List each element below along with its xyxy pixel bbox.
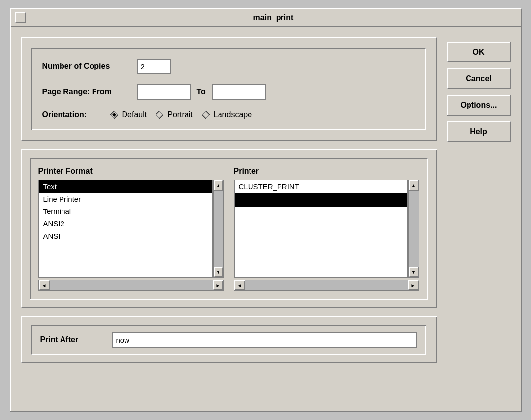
scroll-right-btn[interactable]: ► xyxy=(213,280,223,290)
lists-panel-inner: Printer Format Text Line Printer Termina… xyxy=(30,158,428,300)
window-icon[interactable]: — xyxy=(15,12,26,23)
page-range-row: Page Range: From To xyxy=(42,84,415,100)
top-panel-inner: Number of Copies Page Range: From To Ori… xyxy=(31,48,426,130)
scroll-left-btn[interactable]: ◄ xyxy=(234,280,245,290)
landscape-radio-label: Landscape xyxy=(214,110,252,119)
print-after-panel: Print After xyxy=(21,316,437,363)
options-button[interactable]: Options... xyxy=(447,95,511,116)
scroll-left-btn[interactable]: ◄ xyxy=(39,280,50,290)
page-range-from-input[interactable] xyxy=(137,84,191,100)
copies-input[interactable] xyxy=(137,59,171,74)
list-item[interactable]: CLUSTER_PRINT xyxy=(235,180,407,193)
list-item[interactable]: ANSI2 xyxy=(39,217,212,230)
printer-format-section: Printer Format Text Line Printer Termina… xyxy=(38,167,224,291)
print-after-label: Print After xyxy=(40,335,104,344)
orientation-landscape[interactable]: Landscape xyxy=(201,110,252,120)
scroll-down-btn[interactable]: ▼ xyxy=(409,267,419,277)
cancel-button[interactable]: Cancel xyxy=(447,68,511,89)
ok-button[interactable]: OK xyxy=(447,42,511,62)
printer-format-scrollbar-v[interactable]: ▲ ▼ xyxy=(213,180,224,278)
scroll-down-btn[interactable]: ▼ xyxy=(214,267,223,277)
lists-panel: Printer Format Text Line Printer Termina… xyxy=(21,149,437,308)
orientation-default[interactable]: Default xyxy=(109,110,147,120)
portrait-radio-icon xyxy=(155,110,164,120)
scroll-up-btn[interactable]: ▲ xyxy=(409,180,419,191)
scroll-track-h xyxy=(245,280,408,290)
copies-row: Number of Copies xyxy=(42,59,415,74)
orientation-row: Orientation: Default xyxy=(42,110,415,120)
default-radio-icon xyxy=(109,110,119,120)
sidebar: OK Cancel Options... Help xyxy=(447,37,511,401)
portrait-radio-label: Portrait xyxy=(167,110,193,119)
printer-title: Printer xyxy=(234,167,419,176)
scroll-up-btn[interactable]: ▲ xyxy=(214,180,223,191)
landscape-radio-icon xyxy=(201,110,211,120)
list-item[interactable] xyxy=(235,193,407,207)
printer-format-scrollbar-h[interactable]: ◄ ► xyxy=(38,280,224,291)
default-radio-label: Default xyxy=(122,110,147,119)
list-item[interactable]: Line Printer xyxy=(39,193,212,205)
main-content: Number of Copies Page Range: From To Ori… xyxy=(21,37,437,401)
help-button[interactable]: Help xyxy=(447,121,511,142)
printer-format-title: Printer Format xyxy=(38,167,224,176)
scroll-track xyxy=(409,191,419,267)
print-after-inner: Print After xyxy=(31,325,426,355)
printer-scrollbar-h[interactable]: ◄ ► xyxy=(234,280,419,291)
window-title: main_print xyxy=(31,13,517,22)
orientation-label: Orientation: xyxy=(42,110,101,119)
lists-row: Printer Format Text Line Printer Termina… xyxy=(38,167,419,291)
printer-format-container: Text Line Printer Terminal ANSI2 ANSI ▲ xyxy=(38,180,224,278)
printer-scrollbar-v[interactable]: ▲ ▼ xyxy=(408,180,419,278)
list-item[interactable]: Terminal xyxy=(39,205,212,217)
top-panel: Number of Copies Page Range: From To Ori… xyxy=(21,37,437,141)
orientation-portrait[interactable]: Portrait xyxy=(155,110,193,120)
window-body: Number of Copies Page Range: From To Ori… xyxy=(11,27,521,411)
main-window: — main_print Number of Copies Page Range… xyxy=(10,8,522,412)
printer-section: Printer CLUSTER_PRINT ▲ ▼ xyxy=(234,167,419,291)
copies-label: Number of Copies xyxy=(42,62,131,71)
page-range-label: Page Range: From xyxy=(42,88,131,96)
printer-container: CLUSTER_PRINT ▲ ▼ xyxy=(234,180,419,278)
list-item[interactable]: Text xyxy=(39,180,212,193)
print-after-input[interactable] xyxy=(112,332,417,348)
scroll-right-btn[interactable]: ► xyxy=(408,280,419,290)
list-item[interactable]: ANSI xyxy=(39,230,212,242)
printer-format-list[interactable]: Text Line Printer Terminal ANSI2 ANSI xyxy=(38,180,213,278)
page-range-to-input[interactable] xyxy=(212,84,266,100)
scroll-track xyxy=(214,191,223,267)
to-label: To xyxy=(197,88,206,96)
printer-list[interactable]: CLUSTER_PRINT xyxy=(234,180,408,278)
title-bar: — main_print xyxy=(11,9,521,27)
scroll-track-h xyxy=(50,280,213,290)
